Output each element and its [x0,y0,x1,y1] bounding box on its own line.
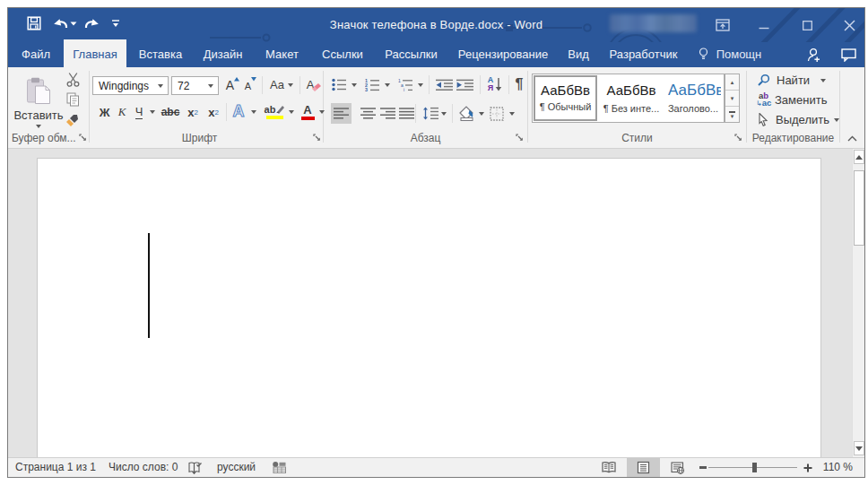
vertical-scrollbar[interactable] [852,149,864,457]
font-name-dropdown-arrow [158,84,163,88]
text-effects-button[interactable]: А [229,100,248,123]
copy-button[interactable] [65,91,81,107]
replace-return-arrow: ↳ [756,100,762,108]
tell-me-box[interactable]: Помощн [699,42,770,67]
print-layout-button[interactable] [627,458,660,477]
share-button[interactable] [803,42,824,67]
decrease-indent-button[interactable] [433,75,455,94]
tab-file[interactable]: Файл [13,42,58,67]
font-size-combo[interactable]: 72 [171,76,219,95]
borders-button[interactable] [488,103,506,124]
web-layout-button[interactable] [665,458,690,477]
font-color-dropdown[interactable] [317,102,326,122]
shading-button[interactable] [456,103,476,124]
account-button[interactable] [610,14,697,32]
font-color-button[interactable]: А [299,100,316,123]
document-page[interactable] [37,158,821,457]
italic-button[interactable]: К [115,102,129,122]
justify-icon [399,108,414,119]
numbering-dropdown[interactable] [382,75,392,94]
line-spacing-button[interactable] [421,103,440,124]
document-area[interactable] [8,149,864,457]
proofing-status-button[interactable] [186,458,205,477]
align-left-button[interactable] [331,103,352,124]
font-name-combo[interactable]: Wingdings [92,76,169,95]
align-center-button[interactable] [358,103,378,124]
bold-button[interactable]: Ж [96,102,113,122]
bullets-button[interactable] [329,75,349,94]
small-separator [429,75,430,94]
minimize-button[interactable] [754,8,774,42]
styles-dialog-launcher[interactable] [734,134,743,143]
shading-dropdown[interactable] [476,103,486,124]
close-button[interactable] [838,8,860,42]
replace-button[interactable]: ab ↳ac Заменить [754,91,835,109]
ribbon-display-options-button[interactable] [713,8,733,42]
word-count[interactable]: Число слов: 0 [108,458,178,477]
superscript-button[interactable]: х2 [204,102,222,122]
scroll-up-button[interactable] [854,150,864,164]
zoom-level[interactable]: 110 % [823,458,853,477]
read-mode-button[interactable] [596,458,621,477]
format-painter-button[interactable] [65,111,81,127]
underline-button[interactable]: Ч [132,102,146,122]
tab-references[interactable]: Ссылки [317,42,369,67]
style-no-spacing[interactable]: АаБбВв ¶ Без инте... [599,75,664,121]
change-case-button[interactable]: Aa [267,75,296,94]
tab-home[interactable]: Главная [64,39,126,67]
line-spacing-dropdown[interactable] [438,103,448,124]
show-marks-button[interactable]: ¶ [510,74,528,95]
tab-view[interactable]: Вид [562,42,595,67]
paragraph-dialog-launcher[interactable] [516,134,525,143]
tab-developer[interactable]: Разработчик [603,42,683,67]
language-indicator[interactable]: русский [217,458,256,477]
align-right-button[interactable] [378,103,397,124]
grow-font-button[interactable]: А [224,75,241,94]
find-button[interactable]: Найти [754,71,835,90]
collapse-ribbon-button[interactable] [843,132,861,144]
page-indicator[interactable]: Страница 1 из 1 [15,458,96,477]
tab-insert[interactable]: Вставка [135,42,187,67]
tab-mailings[interactable]: Рассылки [381,42,441,67]
numbering-button[interactable]: 1 2 3 [362,75,382,94]
tab-layout[interactable]: Макет [261,42,303,67]
styles-scroll-down-button[interactable]: ▾ [725,91,739,107]
zoom-slider-thumb[interactable] [752,463,757,472]
zoom-in-button[interactable] [801,458,815,477]
multilevel-list-button[interactable]: 1 a i [395,75,415,94]
text-effects-dropdown[interactable] [248,102,259,122]
grow-font-arrow [234,77,239,82]
clipboard-dialog-launcher[interactable] [79,134,88,143]
multilevel-list-dropdown[interactable] [415,75,425,94]
highlight-dropdown[interactable] [286,102,297,122]
paste-button[interactable]: Вставить [15,73,62,132]
scrollbar-thumb[interactable] [854,170,864,246]
select-button[interactable]: Выделить [754,110,844,129]
tab-review[interactable]: Рецензирование [453,42,553,67]
styles-gallery-more-button[interactable]: ▾ [725,107,739,123]
subscript-button[interactable]: х2 [184,102,202,122]
clear-formatting-button[interactable]: А [304,75,324,94]
scroll-down-button[interactable] [854,441,864,455]
styles-scroll-up-button[interactable]: ▴ [725,74,739,91]
comments-button[interactable] [838,42,859,67]
shrink-font-button[interactable]: А [243,75,258,94]
tab-design[interactable]: Дизайн [198,42,247,67]
maximize-button[interactable] [797,8,817,42]
cut-icon [66,73,80,87]
cut-button[interactable] [64,72,82,88]
increase-indent-button[interactable] [454,75,475,94]
bullets-dropdown[interactable] [349,75,359,94]
strikethrough-button[interactable]: abc [160,102,181,122]
sort-button[interactable]: А Я [484,74,506,95]
highlight-button[interactable]: ab [263,100,286,123]
tab-home-label: Главная [73,48,117,61]
style-normal[interactable]: АаБбВв ¶ Обычный [534,75,597,121]
font-dialog-launcher[interactable] [313,134,322,143]
borders-dropdown[interactable] [507,103,516,124]
select-dropdown-arrow [834,118,839,122]
style-heading1[interactable]: АаБбВв Заголово... [665,75,721,121]
underline-dropdown[interactable] [147,102,158,122]
macro-recording-button[interactable] [269,458,289,477]
justify-button[interactable] [396,103,416,124]
